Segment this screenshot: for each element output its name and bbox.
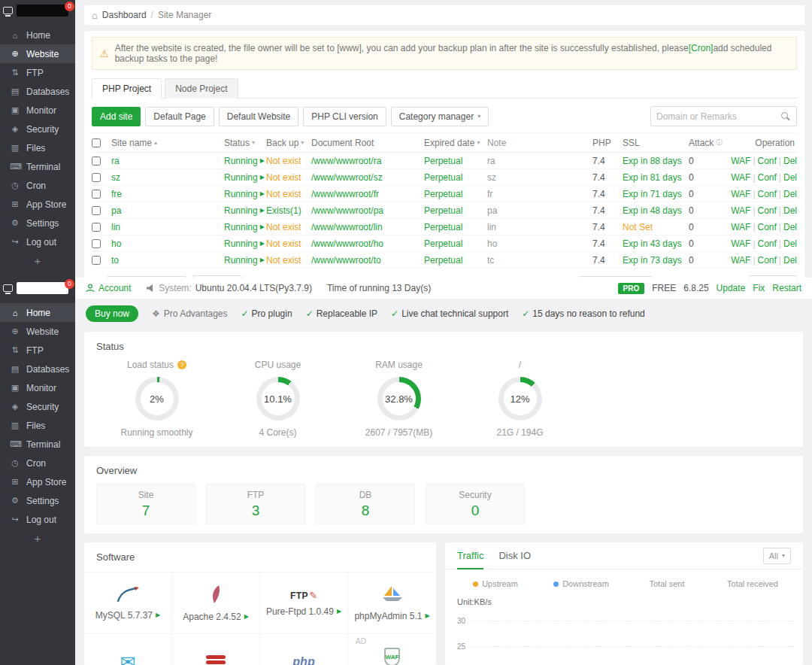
sidebar-item[interactable]: ◈ Security xyxy=(0,120,75,138)
pro-badge[interactable]: PRO xyxy=(618,283,645,294)
backup-link[interactable]: Not exist xyxy=(266,189,301,199)
traffic-filter-select[interactable]: All ▾ xyxy=(763,548,791,564)
conf-link[interactable]: Conf xyxy=(758,189,777,199)
sidebar-item[interactable]: ⊕ Website xyxy=(0,322,75,341)
sort-filter-icon[interactable]: ▾ xyxy=(301,139,304,146)
default-page-button[interactable]: Default Page xyxy=(145,107,214,126)
message-count-badge[interactable]: 0 xyxy=(65,2,74,11)
del-link[interactable]: Del xyxy=(783,205,797,216)
software-item-mysql[interactable]: MySQL 5.7.37▶ xyxy=(84,572,172,633)
row-checkbox[interactable] xyxy=(92,239,101,248)
row-checkbox[interactable] xyxy=(92,156,101,165)
play-icon[interactable]: ▶ xyxy=(260,157,265,164)
sort-filter-icon[interactable]: ▾ xyxy=(477,139,480,146)
sidebar-item[interactable]: ↪ Log out xyxy=(0,510,75,529)
column-header[interactable]: PHP xyxy=(592,138,623,148)
php-version-cell[interactable]: 7.4 xyxy=(592,205,623,216)
sidebar-item[interactable]: ▥ Files xyxy=(0,138,75,157)
search-input[interactable] xyxy=(656,111,781,122)
sidebar-item[interactable]: ⌂ Home xyxy=(0,303,75,322)
sidebar-item[interactable]: ⚙ Settings xyxy=(0,491,75,510)
del-link[interactable]: Del xyxy=(783,255,797,266)
play-icon[interactable]: ▶ xyxy=(260,207,265,214)
play-icon[interactable]: ▶ xyxy=(425,612,429,619)
sidebar-item[interactable]: ◈ Security xyxy=(0,397,75,416)
software-item-mail[interactable]: ✉ xyxy=(84,633,172,665)
row-checkbox[interactable] xyxy=(92,256,101,265)
sort-filter-icon[interactable]: ▴ xyxy=(154,139,157,146)
waf-link[interactable]: WAF xyxy=(731,156,750,166)
sidebar-item[interactable]: ▥ Files xyxy=(0,416,75,435)
sidebar-item[interactable]: ▤ Databases xyxy=(0,82,75,101)
del-link[interactable]: Del xyxy=(783,238,797,249)
expired-date-link[interactable]: Perpetual xyxy=(424,222,462,232)
sidebar-item[interactable]: ◷ Cron xyxy=(0,454,75,472)
note-cell[interactable]: ho xyxy=(487,238,592,249)
conf-link[interactable]: Conf xyxy=(758,156,777,166)
help-icon[interactable]: ? xyxy=(177,360,186,369)
document-root-link[interactable]: /www/wwwroot/to xyxy=(311,255,381,266)
software-item-pureftpd[interactable]: FTP✎ Pure-Ftpd 1.0.49▶ xyxy=(260,572,348,633)
overview-security-card[interactable]: Security 0 xyxy=(426,484,525,524)
software-item-waf[interactable]: AD WAF Website Firewall xyxy=(348,633,436,665)
breadcrumb-dashboard[interactable]: Dashboard xyxy=(102,10,147,20)
ssl-status-link[interactable]: Exp in 48 days xyxy=(623,205,682,216)
waf-link[interactable]: WAF xyxy=(731,255,750,266)
play-icon[interactable]: ▶ xyxy=(260,257,265,263)
note-cell[interactable]: sz xyxy=(487,172,592,183)
play-icon[interactable]: ▶ xyxy=(260,190,265,197)
conf-link[interactable]: Conf xyxy=(758,222,777,232)
sidebar-collapse-button[interactable]: + xyxy=(0,251,75,271)
waf-link[interactable]: WAF xyxy=(731,172,750,183)
row-checkbox[interactable] xyxy=(92,173,101,182)
site-name-link[interactable]: ho xyxy=(111,238,121,249)
php-version-cell[interactable]: 7.4 xyxy=(592,156,623,166)
row-checkbox[interactable] xyxy=(92,190,101,199)
tab-disk-io[interactable]: Disk IO xyxy=(498,542,531,569)
expired-date-link[interactable]: Perpetual xyxy=(424,172,462,183)
column-header[interactable]: Site name ▴ xyxy=(111,138,224,148)
sidebar-item[interactable]: ⊕ Website xyxy=(0,44,75,63)
column-header[interactable]: Status ▾ xyxy=(224,138,266,148)
php-version-cell[interactable]: 7.4 xyxy=(592,189,623,199)
project-tab[interactable]: Node Project xyxy=(165,78,238,99)
restart-link[interactable]: Restart xyxy=(772,283,801,293)
site-name-link[interactable]: to xyxy=(111,255,119,266)
backup-link[interactable]: Not exist xyxy=(266,156,301,166)
add-site-button[interactable]: Add site xyxy=(92,107,141,126)
sidebar-item[interactable]: ▣ Monitor xyxy=(0,101,75,120)
ssl-status-link[interactable]: Not Set xyxy=(623,222,653,232)
column-header[interactable]: Expired date ▾ xyxy=(424,138,487,148)
sidebar-collapse-button[interactable]: + xyxy=(0,529,75,548)
document-root-link[interactable]: /www/wwwroot/ho xyxy=(311,238,383,249)
document-root-link[interactable]: /www/wwwroot/sz xyxy=(311,172,383,183)
waf-link[interactable]: WAF xyxy=(731,238,750,249)
conf-link[interactable]: Conf xyxy=(758,238,777,249)
expired-date-link[interactable]: Perpetual xyxy=(424,189,462,199)
sidebar-item[interactable]: ⌂ Home xyxy=(0,26,75,44)
note-cell[interactable]: pa xyxy=(487,205,592,216)
backup-link[interactable]: Not exist xyxy=(266,238,301,249)
play-icon[interactable]: ▶ xyxy=(156,612,160,618)
row-checkbox[interactable] xyxy=(92,223,101,232)
del-link[interactable]: Del xyxy=(783,156,797,166)
column-header[interactable]: Back up ▾ xyxy=(266,138,311,148)
backup-link[interactable]: Exists(1) xyxy=(266,205,301,216)
search-icon[interactable] xyxy=(781,111,791,121)
sidebar-item[interactable]: ⊞ App Store xyxy=(0,472,75,491)
backup-link[interactable]: Not exist xyxy=(266,255,301,266)
waf-link[interactable]: WAF xyxy=(731,222,750,232)
expired-date-link[interactable]: Perpetual xyxy=(424,205,462,216)
sidebar-item[interactable]: ⇅ FTP xyxy=(0,63,75,82)
column-header[interactable]: Document Root xyxy=(311,138,424,148)
ssl-status-link[interactable]: Exp in 71 days xyxy=(623,189,682,199)
play-icon[interactable]: ▶ xyxy=(260,223,265,230)
software-item-phpmyadmin[interactable]: phpMyAdmin 5.1▶ xyxy=(348,572,436,633)
php-version-cell[interactable]: 7.4 xyxy=(592,222,623,232)
note-cell[interactable]: lin xyxy=(487,222,592,232)
del-link[interactable]: Del xyxy=(783,172,797,183)
note-cell[interactable]: ra xyxy=(487,156,592,166)
php-version-cell[interactable]: 7.4 xyxy=(592,255,623,266)
software-item-redis[interactable] xyxy=(172,633,260,665)
software-item-apache[interactable]: Apache 2.4.52▶ xyxy=(172,572,260,633)
